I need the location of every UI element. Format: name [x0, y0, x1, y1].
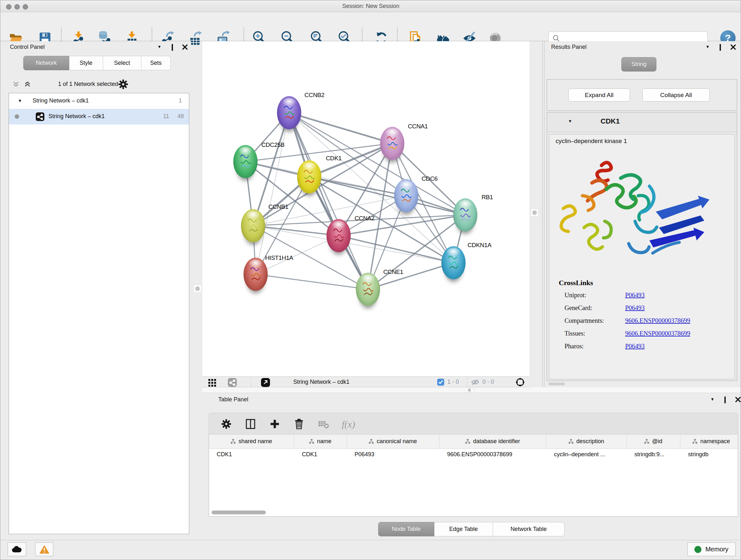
- network-node-CCNB1[interactable]: [241, 209, 265, 242]
- navigator-icon[interactable]: [515, 377, 525, 387]
- function-builder-icon[interactable]: f(x): [340, 419, 361, 429]
- create-column-icon[interactable]: [269, 419, 280, 429]
- crosslink-label: Compartments:: [564, 317, 625, 324]
- delete-table-icon[interactable]: [318, 419, 329, 429]
- network-edge[interactable]: [253, 226, 339, 236]
- network-node-CDK1[interactable]: [297, 160, 321, 193]
- network-node-CDC25B[interactable]: [233, 145, 258, 178]
- crosslink-link[interactable]: 9606.ENSP00000378699: [625, 317, 690, 324]
- network-edge[interactable]: [256, 113, 289, 274]
- tab-edge-table[interactable]: Edge Table: [434, 522, 493, 537]
- horizontal-splitter-handle[interactable]: [465, 388, 474, 392]
- table-cell[interactable]: stringdb:9...: [627, 449, 680, 461]
- vertical-splitter[interactable]: [542, 41, 544, 387]
- gene-header[interactable]: ▼ CDK1: [547, 112, 737, 132]
- network-node-CCNA1[interactable]: [380, 127, 404, 160]
- table-cell[interactable]: CDK1: [294, 449, 347, 461]
- network-edge[interactable]: [289, 113, 368, 289]
- column-header[interactable]: shared name: [209, 435, 294, 448]
- column-header[interactable]: namespace: [680, 435, 738, 448]
- network-node-HIST1H1A[interactable]: [244, 258, 268, 291]
- expand-all-networks-icon[interactable]: [23, 80, 31, 88]
- network-row-selected[interactable]: String Network – cdk1 11 48: [9, 109, 189, 125]
- memory-button[interactable]: Memory: [687, 543, 736, 556]
- network-node-RB1[interactable]: [453, 198, 477, 232]
- network-edge[interactable]: [309, 177, 406, 196]
- protein-structure-glyph: [360, 279, 376, 299]
- table-cell[interactable]: stringdb: [680, 449, 738, 461]
- table-settings-gear-icon[interactable]: [221, 419, 232, 429]
- tab-node-table[interactable]: Node Table: [378, 522, 434, 537]
- collapse-all-networks-icon[interactable]: [12, 80, 20, 88]
- panel-menu-icon[interactable]: ▼: [705, 44, 710, 49]
- table-cell[interactable]: cyclin–dependent ...: [546, 449, 627, 461]
- crosslink-link[interactable]: 9606.ENSP00000378699: [625, 330, 690, 337]
- grid-view-icon[interactable]: [208, 378, 217, 387]
- network-collection-row[interactable]: ▼ String Network – cdk1 1: [9, 93, 189, 109]
- close-panel-icon[interactable]: [182, 44, 188, 50]
- column-header[interactable]: description: [546, 435, 627, 448]
- network-edge[interactable]: [256, 274, 368, 289]
- crosslink-link[interactable]: P06493: [625, 304, 645, 312]
- table-type-tabs: Node Table Edge Table Network Table: [378, 522, 564, 537]
- collection-name: String Network – cdk1: [32, 98, 89, 104]
- tab-style[interactable]: Style: [69, 56, 103, 70]
- table-hscroll-thumb[interactable]: [212, 510, 266, 514]
- network-node-CCNB2[interactable]: [277, 96, 301, 129]
- network-options-gear-icon[interactable]: [118, 79, 129, 90]
- network-status-dot-icon: [15, 114, 19, 119]
- results-hscroll-thumb[interactable]: [548, 382, 565, 385]
- tab-network-table[interactable]: Network Table: [493, 522, 564, 537]
- network-edge[interactable]: [339, 236, 454, 263]
- selected-nodes-checkbox[interactable]: [437, 379, 444, 386]
- column-header[interactable]: @id: [627, 435, 680, 448]
- panel-menu-icon[interactable]: ▼: [157, 44, 161, 49]
- collection-collapse-icon[interactable]: ▼: [18, 98, 22, 103]
- selected-counts: 1 - 0: [448, 379, 459, 385]
- crosslink-link[interactable]: P06493: [625, 292, 645, 299]
- table-panel: Table Panel ▼ f(x) shared namenamecanoni…: [202, 393, 741, 540]
- crosslink-label: Uniprot:: [564, 292, 625, 299]
- crosslink-link[interactable]: P06493: [625, 343, 645, 350]
- collapse-all-button[interactable]: Collapse All: [643, 88, 710, 102]
- column-type-icon: [692, 439, 697, 444]
- toolbar-separator: [251, 377, 251, 387]
- table-cell[interactable]: P06493: [347, 449, 440, 461]
- table-row[interactable]: CDK1CDK1P064939606.ENSP00000378699cyclin…: [209, 449, 738, 461]
- table-cell[interactable]: 9606.ENSP00000378699: [440, 449, 546, 461]
- expand-all-button[interactable]: Expand All: [568, 88, 630, 102]
- network-node-CCNA2[interactable]: [327, 219, 351, 252]
- float-panel-icon[interactable]: [724, 397, 726, 403]
- cloud-status-button[interactable]: [8, 543, 26, 556]
- status-bar: Memory: [0, 540, 741, 560]
- network-edge[interactable]: [289, 113, 392, 143]
- column-header[interactable]: name: [294, 435, 347, 448]
- tab-network[interactable]: Network: [23, 56, 69, 70]
- tab-sets[interactable]: Sets: [141, 56, 171, 70]
- hidden-elements-icon: [471, 379, 479, 385]
- warnings-button[interactable]: [35, 543, 53, 556]
- open-in-window-icon[interactable]: [261, 378, 270, 387]
- float-panel-icon[interactable]: [720, 45, 721, 51]
- tab-string[interactable]: String: [621, 57, 657, 71]
- string-app-icon[interactable]: [228, 378, 237, 387]
- delete-column-icon[interactable]: [293, 419, 305, 429]
- network-edge[interactable]: [368, 263, 454, 289]
- table-cell[interactable]: CDK1: [209, 449, 294, 461]
- vertical-splitter-handle-left[interactable]: [193, 285, 202, 293]
- close-panel-icon[interactable]: [731, 44, 736, 50]
- panel-menu-icon[interactable]: ▼: [711, 397, 715, 401]
- show-columns-icon[interactable]: [245, 419, 256, 429]
- memory-status-icon: [694, 546, 701, 553]
- network-node-CDKN1A[interactable]: [441, 246, 466, 279]
- network-node-CCNE1[interactable]: [356, 273, 380, 306]
- float-panel-icon[interactable]: [172, 45, 173, 51]
- column-header[interactable]: canonical name: [347, 435, 440, 448]
- gene-collapse-icon[interactable]: ▼: [568, 119, 572, 124]
- tab-select[interactable]: Select: [103, 56, 141, 70]
- close-panel-icon[interactable]: [735, 397, 741, 402]
- network-canvas[interactable]: CCNB2CCNA1CDC25BCDK1CDC6RB1CCNB1CCNA2CDK…: [202, 41, 529, 376]
- column-header[interactable]: database identifier: [440, 435, 546, 448]
- vertical-splitter-handle-right[interactable]: [530, 208, 539, 217]
- network-node-CDC6[interactable]: [394, 179, 418, 212]
